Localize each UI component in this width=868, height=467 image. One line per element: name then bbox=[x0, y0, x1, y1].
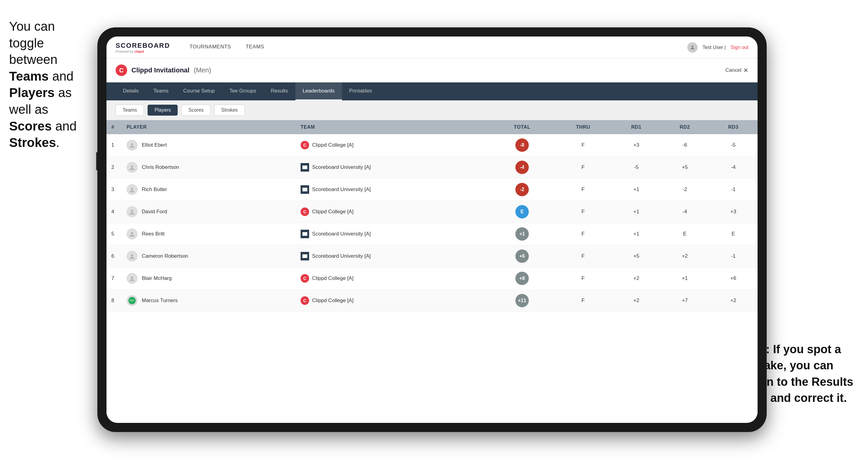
table-row: 6 Cameron Robertson Scoreboard Universit… bbox=[106, 245, 757, 268]
cell-rd3: -4 bbox=[709, 156, 757, 179]
cell-player: MT Marcus Turners bbox=[122, 290, 296, 312]
team-name: Clippd College [A] bbox=[312, 142, 353, 148]
cell-rd2: +2 bbox=[660, 245, 709, 268]
cell-player: Cameron Robertson bbox=[122, 245, 296, 268]
cell-rd1: +5 bbox=[612, 245, 660, 268]
close-icon: ✕ bbox=[743, 67, 748, 74]
col-rank: # bbox=[106, 120, 122, 134]
player-avatar bbox=[127, 273, 137, 284]
cell-rd1: +1 bbox=[612, 223, 660, 245]
cell-rank: 2 bbox=[106, 156, 122, 179]
player-avatar bbox=[127, 206, 137, 217]
tab-teams[interactable]: Teams bbox=[146, 83, 176, 100]
cell-rd2: E bbox=[660, 223, 709, 245]
nav-teams[interactable]: TEAMS bbox=[238, 36, 271, 58]
sign-out-link[interactable]: Sign out bbox=[731, 45, 748, 50]
cell-rd1: +3 bbox=[612, 134, 660, 156]
player-name: Blair McHarg bbox=[142, 275, 172, 281]
team-name: Scoreboard University [A] bbox=[312, 253, 371, 259]
cell-rank: 1 bbox=[106, 134, 122, 156]
cell-rd3: -5 bbox=[709, 134, 757, 156]
score-badge: +1 bbox=[516, 227, 529, 241]
table-row: 7 Blair McHarg CClippd College [A]+8F+2+… bbox=[106, 268, 757, 290]
cell-thru: F bbox=[554, 134, 612, 156]
scoreboard-logo: SCOREBOARD Powered by clippd bbox=[116, 42, 170, 53]
player-avatar bbox=[127, 162, 137, 173]
cell-team: CClippd College [A] bbox=[296, 134, 490, 156]
leaderboard-table-container: # PLAYER TEAM TOTAL THRU RD1 RD2 RD3 1 E… bbox=[106, 120, 757, 423]
player-name: Rich Butler bbox=[142, 186, 167, 193]
table-row: 4 David Ford CClippd College [A]EF+1-4+3 bbox=[106, 201, 757, 223]
cell-rd1: +2 bbox=[612, 268, 660, 290]
tournament-title: C Clippd Invitational (Men) bbox=[116, 64, 211, 76]
cell-player: Chris Robertson bbox=[122, 156, 296, 179]
toggle-teams[interactable]: Teams bbox=[116, 105, 144, 116]
cell-thru: F bbox=[554, 245, 612, 268]
table-row: 2 Chris Robertson Scoreboard University … bbox=[106, 156, 757, 179]
svg-rect-6 bbox=[302, 165, 307, 169]
col-player: PLAYER bbox=[122, 120, 296, 134]
cell-team: CClippd College [A] bbox=[296, 268, 490, 290]
team-logo-rect bbox=[301, 252, 309, 260]
tab-details[interactable]: Details bbox=[116, 83, 146, 100]
cell-rd3: E bbox=[709, 223, 757, 245]
tab-tee-groups[interactable]: Tee Groups bbox=[222, 83, 264, 100]
cell-rd2: +5 bbox=[660, 156, 709, 179]
cell-rd1: +1 bbox=[612, 201, 660, 223]
cell-rank: 3 bbox=[106, 179, 122, 201]
tournament-name: Clippd Invitational bbox=[131, 66, 190, 74]
team-name: Clippd College [A] bbox=[312, 275, 353, 281]
top-nav-links: TOURNAMENTS TEAMS bbox=[182, 36, 687, 58]
col-total: TOTAL bbox=[490, 120, 554, 134]
cell-total: -4 bbox=[490, 156, 554, 179]
player-name: David Ford bbox=[142, 209, 167, 215]
table-row: 3 Rich Butler Scoreboard University [A]-… bbox=[106, 179, 757, 201]
tab-course-setup[interactable]: Course Setup bbox=[176, 83, 222, 100]
cell-team: CClippd College [A] bbox=[296, 290, 490, 312]
svg-point-1 bbox=[691, 45, 693, 48]
players-bold: Players bbox=[9, 86, 55, 100]
col-rd3: RD3 bbox=[709, 120, 757, 134]
cell-rd3: +3 bbox=[709, 201, 757, 223]
player-name: Elliot Ebert bbox=[142, 142, 167, 148]
leaderboard-table: # PLAYER TEAM TOTAL THRU RD1 RD2 RD3 1 E… bbox=[106, 120, 757, 312]
col-thru: THRU bbox=[554, 120, 612, 134]
tournament-header: C Clippd Invitational (Men) Cancel ✕ bbox=[106, 58, 757, 83]
team-logo-rect bbox=[301, 163, 309, 172]
cell-team: Scoreboard University [A] bbox=[296, 245, 490, 268]
player-name: Chris Robertson bbox=[142, 164, 179, 170]
tab-results[interactable]: Results bbox=[264, 83, 296, 100]
cancel-button[interactable]: Cancel ✕ bbox=[725, 67, 748, 74]
cell-player: David Ford bbox=[122, 201, 296, 223]
team-logo-c: C bbox=[301, 274, 309, 283]
score-badge: +8 bbox=[516, 272, 529, 285]
top-nav: SCOREBOARD Powered by clippd TOURNAMENTS… bbox=[106, 36, 757, 58]
col-rd2: RD2 bbox=[660, 120, 709, 134]
col-rd1: RD1 bbox=[612, 120, 660, 134]
player-avatar bbox=[127, 251, 137, 262]
nav-tournaments[interactable]: TOURNAMENTS bbox=[182, 36, 238, 58]
col-team: TEAM bbox=[296, 120, 490, 134]
strokes-bold: Strokes bbox=[9, 135, 56, 150]
toggle-players[interactable]: Players bbox=[148, 105, 178, 116]
tab-leaderboards[interactable]: Leaderboards bbox=[296, 83, 342, 100]
cell-thru: F bbox=[554, 268, 612, 290]
cell-total: +11 bbox=[490, 290, 554, 312]
svg-rect-14 bbox=[302, 232, 307, 236]
tab-printables[interactable]: Printables bbox=[342, 83, 380, 100]
user-avatar-icon bbox=[687, 42, 698, 53]
score-badge: E bbox=[516, 205, 529, 218]
team-name: Clippd College [A] bbox=[312, 209, 353, 215]
cell-rank: 7 bbox=[106, 268, 122, 290]
player-avatar bbox=[127, 228, 137, 240]
table-row: 1 Elliot Ebert CClippd College [A]-8F+3-… bbox=[106, 134, 757, 156]
toggle-scores[interactable]: Scores bbox=[181, 105, 211, 116]
team-logo-c: C bbox=[301, 296, 309, 305]
player-avatar bbox=[127, 139, 137, 151]
cell-thru: F bbox=[554, 179, 612, 201]
user-label: Test User | bbox=[703, 45, 725, 50]
tablet-frame: SCOREBOARD Powered by clippd TOURNAMENTS… bbox=[97, 27, 767, 432]
toggle-strokes[interactable]: Strokes bbox=[214, 105, 245, 116]
cell-rd2: -2 bbox=[660, 179, 709, 201]
cell-total: -2 bbox=[490, 179, 554, 201]
